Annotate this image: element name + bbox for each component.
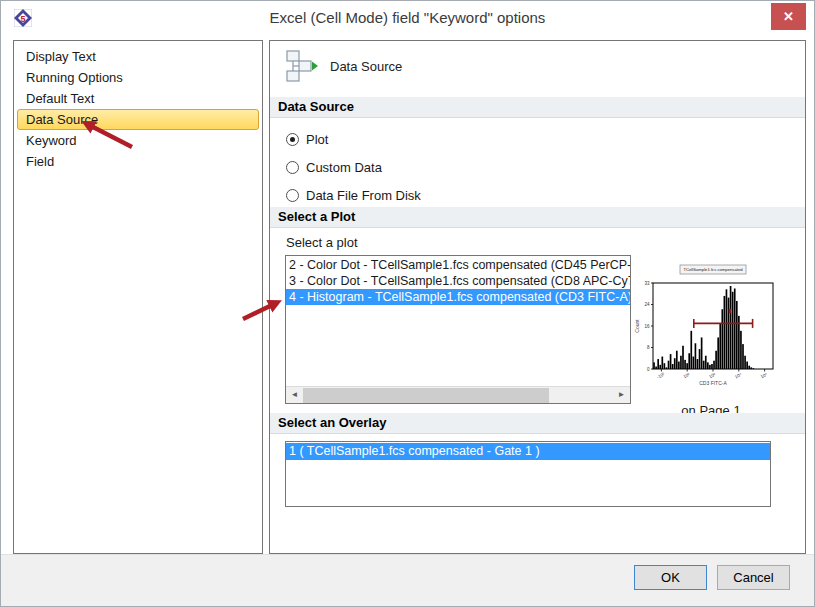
section-header-data-source: Data Source bbox=[270, 97, 805, 118]
options-sidebar: Display TextRunning OptionsDefault TextD… bbox=[13, 40, 263, 554]
window-title: Excel (Cell Mode) field "Keyword" option… bbox=[1, 9, 814, 26]
radio-label: Data File From Disk bbox=[306, 188, 421, 203]
title-bar: 5 Excel (Cell Mode) field "Keyword" opti… bbox=[1, 1, 814, 35]
scroll-right-icon[interactable]: ► bbox=[613, 387, 630, 403]
svg-text:10⁵: 10⁵ bbox=[760, 372, 769, 380]
sidebar-item-data-source[interactable]: Data Source bbox=[17, 109, 259, 130]
radio-option-custom-data[interactable]: Custom Data bbox=[286, 153, 421, 181]
svg-text:Count: Count bbox=[634, 319, 640, 333]
data-source-radio-group: PlotCustom DataData File From Disk bbox=[286, 125, 421, 209]
sidebar-item-running-options[interactable]: Running Options bbox=[14, 67, 262, 88]
svg-text:10³: 10³ bbox=[708, 372, 717, 380]
scrollbar-thumb[interactable] bbox=[303, 388, 549, 403]
svg-text:33: 33 bbox=[644, 281, 650, 286]
content-panel: Data Source Data Source PlotCustom DataD… bbox=[269, 40, 806, 554]
radio-option-plot[interactable]: Plot bbox=[286, 125, 421, 153]
cancel-button[interactable]: Cancel bbox=[717, 565, 790, 590]
svg-text:0: 0 bbox=[647, 367, 650, 372]
footer-bar: OK Cancel bbox=[1, 554, 814, 606]
svg-text:16: 16 bbox=[644, 324, 650, 329]
close-button[interactable]: ✕ bbox=[771, 3, 806, 30]
svg-text:10²: 10² bbox=[682, 372, 691, 380]
radio-label: Custom Data bbox=[306, 160, 382, 175]
radio-label: Plot bbox=[306, 132, 328, 147]
svg-text:10⁴: 10⁴ bbox=[734, 372, 743, 380]
dialog-window: 5 Excel (Cell Mode) field "Keyword" opti… bbox=[0, 0, 815, 607]
section-header-select-a-plot: Select a Plot bbox=[270, 207, 805, 228]
list-item[interactable]: 4 - Histogram - TCellSample1.fcs compens… bbox=[286, 289, 630, 305]
svg-text:8: 8 bbox=[647, 345, 650, 350]
svg-text:CD3 FITC-A: CD3 FITC-A bbox=[699, 380, 727, 386]
radio-option-data-file-from-disk[interactable]: Data File From Disk bbox=[286, 181, 421, 209]
ok-button[interactable]: OK bbox=[634, 565, 707, 590]
list-item[interactable]: 3 - Color Dot - TCellSample1.fcs compens… bbox=[286, 273, 630, 289]
sidebar-item-default-text[interactable]: Default Text bbox=[14, 88, 262, 109]
sidebar-list: Display TextRunning OptionsDefault TextD… bbox=[14, 41, 262, 172]
histogram-preview-image: TCellSample1.fcs compensated33241680-10²… bbox=[632, 263, 790, 390]
svg-text:-10²: -10² bbox=[656, 371, 666, 379]
scroll-left-icon[interactable]: ◄ bbox=[286, 387, 303, 403]
select-a-plot-label: Select a plot bbox=[286, 235, 358, 250]
content-header-title: Data Source bbox=[330, 59, 402, 74]
close-icon: ✕ bbox=[783, 9, 794, 24]
section-header-select-an-overlay: Select an Overlay bbox=[270, 413, 805, 434]
sidebar-item-field[interactable]: Field bbox=[14, 151, 262, 172]
data-source-flowchart-icon bbox=[284, 49, 318, 83]
sidebar-item-display-text[interactable]: Display Text bbox=[14, 46, 262, 67]
radio-icon[interactable] bbox=[286, 189, 299, 202]
plot-listbox[interactable]: 2 - Color Dot - TCellSample1.fcs compens… bbox=[285, 255, 631, 404]
overlay-listbox[interactable]: 1 ( TCellSample1.fcs compensated - Gate … bbox=[285, 441, 771, 507]
plot-list-items: 2 - Color Dot - TCellSample1.fcs compens… bbox=[286, 256, 630, 386]
sidebar-item-keyword[interactable]: Keyword bbox=[14, 130, 262, 151]
list-item[interactable]: 2 - Color Dot - TCellSample1.fcs compens… bbox=[286, 257, 630, 273]
svg-text:24: 24 bbox=[644, 302, 650, 307]
radio-icon[interactable] bbox=[286, 161, 299, 174]
svg-text:TCellSample1.fcs compensated: TCellSample1.fcs compensated bbox=[683, 267, 743, 272]
plot-preview: TCellSample1.fcs compensated33241680-10²… bbox=[632, 263, 790, 394]
horizontal-scrollbar[interactable]: ◄ ► bbox=[286, 386, 630, 403]
radio-icon[interactable] bbox=[286, 133, 299, 146]
list-item[interactable]: 1 ( TCellSample1.fcs compensated - Gate … bbox=[286, 443, 770, 460]
